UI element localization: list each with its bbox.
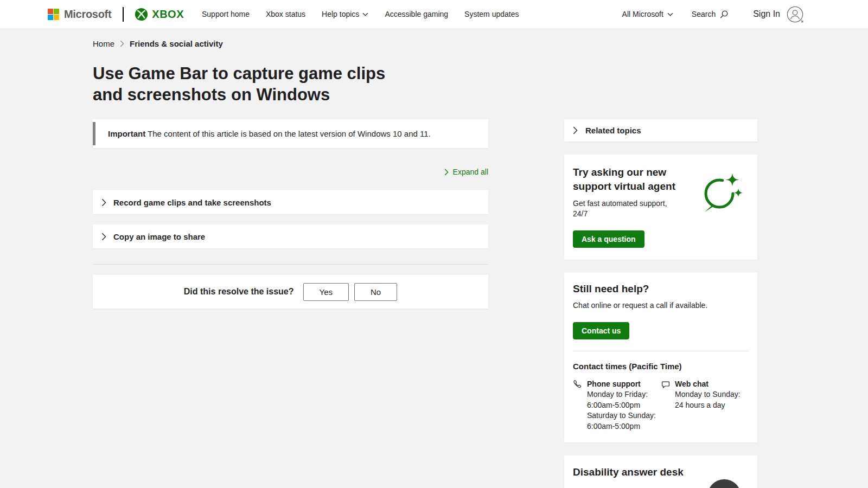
chevron-right-icon	[101, 198, 106, 207]
virtual-agent-card: Try asking our new support virtual agent…	[564, 155, 757, 260]
yes-button[interactable]: Yes	[303, 283, 349, 301]
contact-times-title: Contact times (Pacific Time)	[573, 362, 749, 371]
accordion-copy-image[interactable]: Copy an image to share	[93, 224, 488, 248]
web-chat-details: Web chat Monday to Sunday: 24 hours a da…	[675, 379, 741, 432]
related-topics-expander[interactable]: Related topics	[564, 119, 757, 142]
web-chat-title: Web chat	[675, 379, 741, 389]
phone-support-details: Phone support Monday to Friday: 6:00am-5…	[587, 379, 656, 432]
ask-a-question-button[interactable]: Ask a question	[573, 230, 644, 248]
expand-all-row: Expand all	[93, 168, 488, 176]
still-need-help-title: Still need help?	[573, 283, 749, 295]
divider	[93, 264, 488, 265]
search-button[interactable]: Search	[685, 10, 736, 19]
phone-support-column: Phone support Monday to Friday: 6:00am-5…	[573, 379, 661, 432]
all-microsoft-menu[interactable]: All Microsoft	[615, 10, 680, 18]
header-left: Microsoft XBOX Support home Xbo	[48, 0, 527, 28]
xbox-logo[interactable]: XBOX	[134, 7, 184, 22]
header-right: All Microsoft Search Sign In	[615, 0, 803, 28]
accordion-label: Record game clips and take screenshots	[113, 198, 271, 207]
chevron-down-icon	[667, 12, 673, 16]
breadcrumb-current: Friends & social activity	[130, 39, 223, 48]
xbox-sphere-icon	[134, 7, 149, 22]
accordion-label: Copy an image to share	[113, 232, 205, 241]
headset-illustration	[707, 479, 741, 488]
chevron-right-icon	[444, 169, 449, 176]
chevron-right-icon	[101, 233, 106, 241]
chat-bubble-icon	[661, 379, 671, 432]
nav-xbox-status[interactable]: Xbox status	[258, 10, 314, 18]
chevron-down-icon	[362, 12, 368, 16]
disability-answer-desk-title: Disability answer desk	[573, 466, 749, 478]
contact-times-columns: Phone support Monday to Friday: 6:00am-5…	[573, 379, 749, 432]
search-icon	[719, 10, 729, 19]
breadcrumb-chevron-icon	[120, 40, 124, 47]
contact-us-button[interactable]: Contact us	[573, 322, 629, 339]
breadcrumb-home[interactable]: Home	[93, 39, 114, 48]
important-callout: Important The content of this article is…	[93, 119, 488, 148]
phone-support-title: Phone support	[587, 379, 656, 389]
feedback-question: Did this resolve the issue?	[184, 287, 294, 297]
no-button[interactable]: No	[354, 283, 397, 301]
related-topics-label: Related topics	[585, 126, 641, 135]
sidebar: Related topics Try asking our new suppor…	[564, 119, 757, 488]
page: Microsoft XBOX Support home Xbo	[0, 0, 868, 488]
microsoft-logo[interactable]: Microsoft	[48, 8, 111, 21]
feedback-card: Did this resolve the issue? Yes No	[93, 275, 488, 309]
sparkle-chat-icon	[699, 169, 743, 213]
important-text: The content of this article is based on …	[148, 129, 431, 138]
divider	[573, 351, 749, 351]
accordion-record-game-clips[interactable]: Record game clips and take screenshots	[93, 190, 488, 214]
web-chat-column: Web chat Monday to Sunday: 24 hours a da…	[661, 379, 749, 432]
nav-system-updates[interactable]: System updates	[456, 10, 527, 18]
still-need-help-body: Chat online or request a call if availab…	[573, 300, 749, 311]
xbox-wordmark: XBOX	[152, 8, 184, 21]
nav-support-home[interactable]: Support home	[194, 10, 258, 18]
chevron-right-icon	[573, 126, 578, 134]
important-label: Important	[108, 129, 145, 138]
microsoft-wordmark: Microsoft	[64, 8, 111, 21]
still-need-help-card: Still need help? Chat online or request …	[564, 273, 757, 442]
microsoft-squares-icon	[48, 9, 59, 20]
avatar-icon	[787, 6, 803, 23]
breadcrumb: Home Friends & social activity	[93, 38, 488, 49]
disability-answer-desk-card: Disability answer desk	[564, 455, 757, 488]
virtual-agent-body: Get fast automated support, 24/7	[573, 198, 671, 219]
main-content: Home Friends & social activity Use Game …	[93, 38, 488, 309]
main-nav: Support home Xbox status Help topics Acc…	[194, 10, 527, 18]
phone-icon	[573, 379, 583, 432]
nav-help-topics[interactable]: Help topics	[314, 10, 376, 18]
sign-in-button[interactable]: Sign In	[740, 6, 803, 23]
callout-accent-bar	[93, 122, 95, 145]
page-title: Use Game Bar to capture game clips and s…	[93, 63, 418, 105]
top-header: Microsoft XBOX Support home Xbo	[0, 0, 868, 28]
expand-all-link[interactable]: Expand all	[444, 168, 488, 176]
logo-divider	[123, 7, 124, 22]
virtual-agent-title: Try asking our new support virtual agent	[573, 165, 681, 194]
nav-accessible-gaming[interactable]: Accessible gaming	[376, 10, 456, 18]
